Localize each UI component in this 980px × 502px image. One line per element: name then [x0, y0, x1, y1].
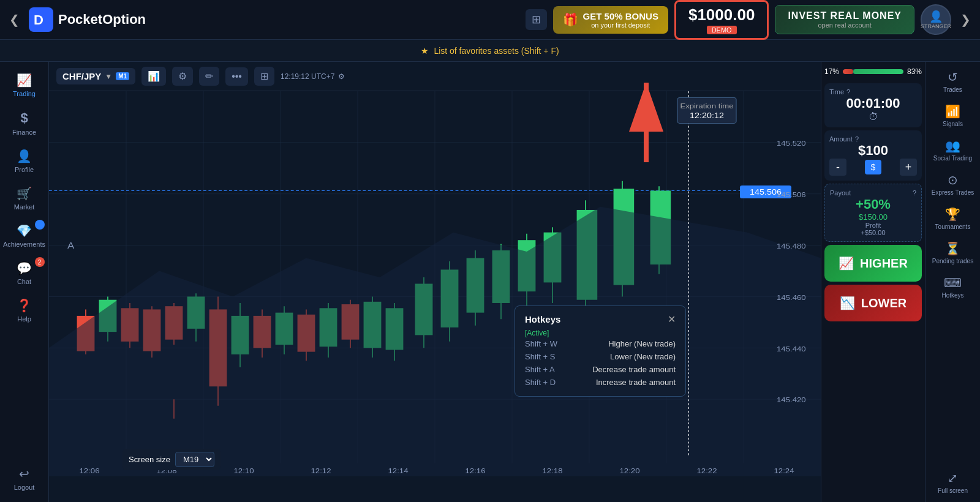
- hotkeys-label: Hotkeys: [941, 292, 963, 299]
- invest-button[interactable]: INVEST REAL MONEY open real account: [775, 5, 914, 34]
- settings-icon[interactable]: ⚙: [338, 72, 345, 81]
- time-help-icon[interactable]: ?: [846, 88, 850, 96]
- finance-icon: $: [20, 110, 28, 126]
- hotkey-row-d: Shift + D Increase trade amount: [525, 376, 676, 389]
- sr-item-fullscreen[interactable]: ⤢ Full screen: [927, 466, 979, 499]
- chat-badge: 2: [35, 257, 45, 267]
- star-icon: ★: [421, 46, 429, 56]
- sr-item-express-trades[interactable]: ⊙ Express Trades: [927, 168, 979, 201]
- payout-profit-label: Profit: [830, 222, 916, 229]
- time-value: 00:01:00: [829, 96, 917, 111]
- payout-profit-amount: $150.00: [830, 212, 916, 222]
- logout-icon: ↩: [19, 466, 29, 481]
- sidebar-item-logout[interactable]: ↩ Logout: [3, 462, 46, 496]
- tournaments-icon: 🏆: [945, 207, 960, 222]
- hotkeys-close-button[interactable]: ✕: [668, 313, 676, 325]
- logo: D PocketOption: [29, 7, 146, 32]
- market-icon: 🛒: [17, 186, 32, 201]
- amount-help-icon[interactable]: ?: [855, 135, 859, 143]
- profile-icon: 👤: [17, 149, 32, 163]
- hotkey-key-d: Shift + D: [525, 378, 556, 387]
- trading-label: Trading: [13, 90, 36, 97]
- hotkeys-icon: ⌨: [944, 275, 962, 290]
- hotkey-desc-s: Lower (New trade): [610, 352, 676, 361]
- trades-icon: ↺: [948, 70, 958, 84]
- favorites-text: List of favorites assets (Shift + F): [434, 46, 559, 56]
- higher-button[interactable]: 📈 HIGHER: [824, 245, 922, 282]
- sr-item-pending-trades[interactable]: ⏳ Pending trades: [927, 236, 979, 269]
- svg-text:145.506: 145.506: [777, 191, 806, 199]
- svg-text:Expiration time: Expiration time: [680, 102, 733, 110]
- layout-grid-button[interactable]: ⊞: [254, 67, 274, 86]
- lower-label: LOWER: [861, 296, 907, 310]
- amount-decrease-button[interactable]: -: [829, 159, 846, 176]
- asset-selector[interactable]: CHF/JPY ▼ M1: [56, 68, 135, 84]
- hotkey-key-a: Shift + A: [525, 365, 555, 374]
- sr-item-tournaments[interactable]: 🏆 Tournaments: [927, 202, 979, 235]
- sr-item-signals[interactable]: 📶 Signals: [927, 99, 979, 132]
- payout-profit-net: +$50.00: [830, 229, 916, 236]
- logo-text: PocketOption: [58, 12, 146, 28]
- sidebar-item-profile[interactable]: 👤 Profile: [3, 144, 46, 178]
- svg-text:145.440: 145.440: [777, 345, 806, 353]
- social-trading-icon: 👥: [945, 138, 960, 153]
- chart-settings-button[interactable]: ⚙: [172, 67, 193, 86]
- chart-type-button[interactable]: 📊: [141, 67, 166, 86]
- screen-size-label: Screen size: [129, 455, 170, 464]
- payout-help-icon[interactable]: ?: [913, 189, 916, 197]
- sidebar-item-trading[interactable]: 📈 Trading: [3, 68, 46, 102]
- chart-time: 12:19:12 UTC+7: [281, 72, 334, 81]
- svg-text:145.480: 145.480: [777, 242, 806, 250]
- chart-toolbar: CHF/JPY ▼ M1 📊 ⚙ ✏ ••• ⊞ 12:19:12 UTC+7 …: [49, 62, 821, 91]
- signals-icon: 📶: [945, 104, 960, 119]
- sr-item-hotkeys[interactable]: ⌨ Hotkeys: [927, 271, 979, 304]
- sr-item-trades[interactable]: ↺ Trades: [927, 65, 979, 98]
- candlestick-chart: 145.506 Expiration time 12:20:12 12:06 1…: [49, 91, 821, 476]
- social-trading-label: Social Trading: [933, 155, 972, 162]
- amount-value: $100: [829, 143, 917, 159]
- time-label: Time ?: [829, 88, 917, 96]
- timeframe-badge: M1: [116, 72, 129, 80]
- invest-subtitle: open real account: [788, 21, 902, 29]
- amount-label: Amount ?: [829, 135, 917, 143]
- svg-text:12:20: 12:20: [620, 467, 640, 475]
- lower-button[interactable]: 📉 LOWER: [824, 285, 922, 321]
- payout-header: Payout ?: [830, 189, 916, 197]
- sidebar-item-finance[interactable]: $ Finance: [3, 105, 46, 141]
- hotkey-desc-w: Higher (New trade): [608, 339, 676, 348]
- avatar[interactable]: 👤 STRANGER: [921, 4, 951, 35]
- progress-fill-green: [853, 69, 903, 74]
- demo-balance-button[interactable]: $1000.00 DEMO: [674, 0, 769, 40]
- header: ❮ D PocketOption ⊞ 🎁 GET 50% BONUS on yo…: [0, 0, 980, 40]
- bonus-button[interactable]: 🎁 GET 50% BONUS on your first deposit: [553, 6, 668, 34]
- hotkey-key-w: Shift + W: [525, 339, 557, 348]
- achievements-icon: 💎: [17, 223, 32, 238]
- market-label: Market: [14, 203, 35, 211]
- screen-size-select[interactable]: M19 M18 M20: [175, 452, 214, 467]
- progress-left-label: 17%: [824, 67, 839, 76]
- nav-left-button[interactable]: ❮: [6, 9, 23, 30]
- progress-fill-red: [843, 69, 853, 74]
- achievements-wrap: 💎 Achievements: [3, 219, 46, 253]
- amount-increase-button[interactable]: +: [900, 159, 917, 176]
- achievements-badge: [35, 220, 45, 230]
- chart-area: CHF/JPY ▼ M1 📊 ⚙ ✏ ••• ⊞ 12:19:12 UTC+7 …: [49, 62, 821, 502]
- currency-button[interactable]: $: [865, 160, 882, 174]
- svg-text:145.420: 145.420: [777, 396, 806, 404]
- sidebar-item-help[interactable]: ❓ Help: [3, 293, 46, 328]
- hotkey-desc-d: Increase trade amount: [596, 378, 676, 387]
- clock-icon: ⏱: [829, 111, 917, 122]
- sidebar-item-market[interactable]: 🛒 Market: [3, 181, 46, 215]
- favorites-bar[interactable]: ★ List of favorites assets (Shift + F): [0, 40, 980, 62]
- nav-right-button[interactable]: ❯: [957, 9, 974, 30]
- layout-button[interactable]: ⊞: [526, 9, 547, 30]
- invest-title: INVEST REAL MONEY: [788, 10, 902, 21]
- logout-label: Logout: [14, 484, 35, 491]
- main-content: 📈 Trading $ Finance 👤 Profile 🛒 Market 💎…: [0, 62, 980, 502]
- sr-item-social-trading[interactable]: 👥 Social Trading: [927, 133, 979, 167]
- more-button[interactable]: •••: [225, 67, 248, 86]
- finance-label: Finance: [12, 129, 36, 136]
- svg-text:12:22: 12:22: [697, 467, 717, 475]
- draw-button[interactable]: ✏: [199, 67, 219, 86]
- svg-text:12:18: 12:18: [543, 467, 563, 475]
